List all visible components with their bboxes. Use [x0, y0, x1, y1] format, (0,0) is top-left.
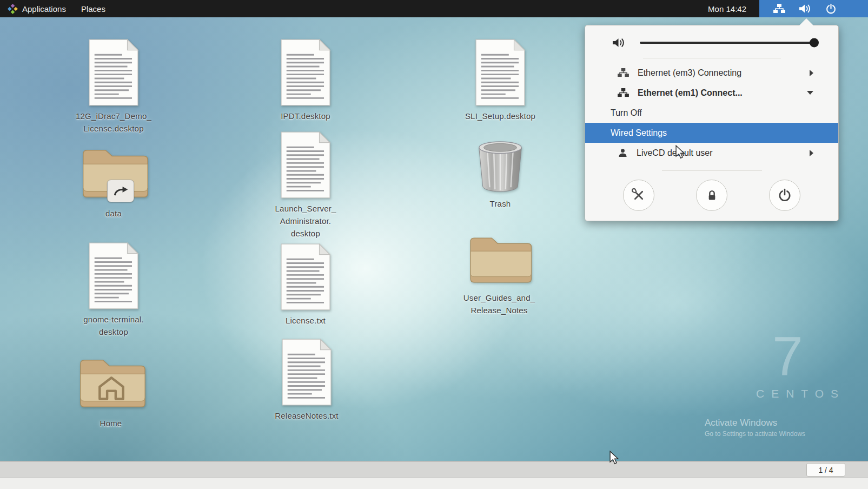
document-icon: [85, 39, 142, 106]
menu-item-label: Ethernet (em1) Connect...: [638, 88, 798, 98]
desktop-icon-label: data: [105, 207, 122, 220]
desktop-icon-launch-server-administrator[interactable]: Launch_Server_ Administrator. desktop: [249, 131, 362, 240]
power-button[interactable]: [769, 180, 800, 211]
desktop-icon-sli-setup[interactable]: SLI_Setup.desktop: [443, 39, 557, 122]
settings-icon: [632, 188, 646, 202]
menu-divider: [643, 58, 781, 58]
menu-divider: [662, 170, 762, 171]
document-icon: [277, 39, 334, 106]
trash-icon: [475, 141, 525, 194]
system-tray[interactable]: [759, 0, 868, 17]
popup-arrow: [799, 18, 813, 25]
desktop-icon-label: Trash: [490, 197, 511, 210]
lock-icon: [705, 189, 719, 202]
desktop-icon-gnome-terminal[interactable]: gnome-terminal. desktop: [57, 242, 170, 338]
menu-item-label: LiveCD default user: [637, 148, 801, 158]
centos-version-watermark: 7: [772, 329, 803, 384]
document-icon: [472, 39, 528, 106]
desktop-icon-12g-idrac7-demo-license[interactable]: 12G_iDrac7_Demo_ License.desktop: [57, 39, 170, 135]
desktop-icon-label: ReleaseNotes.txt: [275, 409, 338, 422]
lock-button[interactable]: [696, 180, 727, 211]
centos-brand-watermark: CENTOS: [756, 387, 845, 400]
clock[interactable]: Mon 14:42: [705, 4, 750, 14]
desktop-icon-label: gnome-terminal. desktop: [83, 313, 143, 338]
bottom-taskbar: [0, 461, 868, 478]
desktop-icon-ipdt[interactable]: IPDT.desktop: [249, 39, 362, 122]
chevron-down-icon: [807, 91, 813, 95]
applications-label: Applications: [22, 4, 66, 14]
desktop[interactable]: Applications Places Mon 14:42 12G_iDrac7…: [0, 0, 868, 489]
volume-slider-knob[interactable]: [810, 38, 819, 48]
desktop-icon-label: License.txt: [286, 314, 326, 327]
shortcut-emblem-icon: [107, 180, 134, 202]
folder-icon: [79, 143, 148, 203]
applications-menu[interactable]: Applications: [0, 0, 74, 17]
desktop-icon-home[interactable]: Home: [54, 353, 168, 429]
menu-item-livecd-user[interactable]: LiveCD default user: [585, 143, 838, 163]
desktop-icon-label: 12G_iDrac7_Demo_ License.desktop: [76, 110, 151, 135]
menu-item-label: Ethernet (em3) Connecting: [638, 68, 801, 78]
desktop-icon-user-guides[interactable]: User_Guides_and_ Release_Notes: [442, 232, 556, 316]
home-folder-icon: [76, 353, 145, 413]
desktop-icon-label: IPDT.desktop: [281, 110, 330, 122]
desktop-icon-label: SLI_Setup.desktop: [465, 110, 535, 122]
user-icon: [618, 148, 628, 158]
desktop-icon-label: Home: [100, 417, 122, 429]
document-icon: [85, 242, 142, 309]
network-icon: [773, 4, 785, 14]
places-label: Places: [81, 4, 105, 14]
document-icon: [277, 243, 334, 310]
page-indicator: 1 / 4: [806, 463, 845, 477]
network-icon: [618, 68, 629, 77]
bottom-subbar: [0, 478, 868, 489]
system-menu-popup: Ethernet (em3) Connecting Ethernet (em1)…: [585, 25, 839, 221]
volume-row: [585, 33, 838, 54]
activate-windows-subtext: Go to Settings to activate Windows: [705, 430, 805, 438]
network-icon: [618, 88, 629, 97]
menu-item-turn-off[interactable]: Turn Off: [585, 103, 838, 123]
desktop-icon-label: Launch_Server_ Administrator. desktop: [275, 202, 336, 240]
power-icon: [825, 3, 837, 15]
chevron-right-icon: [810, 150, 813, 156]
menu-item-label: Wired Settings: [611, 128, 813, 138]
desktop-icon-trash[interactable]: Trash: [443, 141, 557, 210]
document-icon: [277, 131, 334, 199]
chevron-right-icon: [810, 70, 813, 76]
activate-windows-text: Activate Windows: [705, 418, 777, 428]
volume-slider-fill: [640, 42, 814, 44]
volume-icon: [612, 37, 626, 48]
menu-item-label: Turn Off: [611, 108, 813, 118]
desktop-icon-data[interactable]: data: [57, 143, 170, 220]
menu-item-ethernet-em3[interactable]: Ethernet (em3) Connecting: [585, 63, 838, 83]
system-buttons-row: [585, 180, 838, 211]
centos-logo-icon: [8, 4, 18, 14]
folder-icon: [466, 232, 532, 288]
settings-button[interactable]: [623, 180, 654, 211]
power-icon: [778, 188, 792, 202]
desktop-icon-releasenotes-txt[interactable]: ReleaseNotes.txt: [250, 339, 363, 422]
menu-item-ethernet-em1[interactable]: Ethernet (em1) Connect...: [585, 83, 838, 103]
desktop-icon-label: User_Guides_and_ Release_Notes: [463, 292, 535, 316]
document-icon: [279, 339, 335, 406]
menu-item-wired-settings[interactable]: Wired Settings: [585, 123, 838, 143]
places-menu[interactable]: Places: [74, 0, 113, 17]
desktop-icon-license-txt[interactable]: License.txt: [249, 243, 362, 327]
volume-icon: [799, 3, 812, 14]
top-bar: Applications Places Mon 14:42: [0, 0, 868, 17]
volume-slider[interactable]: [640, 42, 814, 44]
